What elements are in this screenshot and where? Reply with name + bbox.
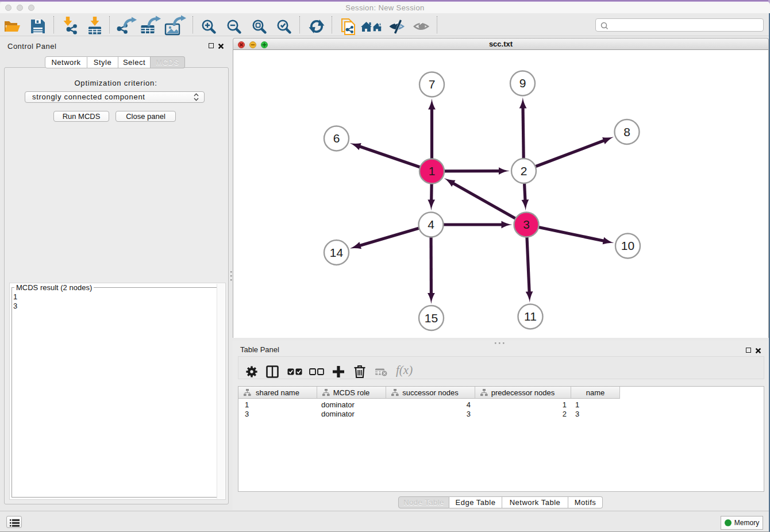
svg-text:11: 11 [524,310,537,323]
svg-text:8: 8 [623,125,630,138]
svg-text:4: 4 [428,218,434,231]
svg-text:15: 15 [425,311,438,325]
svg-text:1: 1 [429,164,436,178]
svg-text:6: 6 [333,132,340,145]
svg-text:9: 9 [519,76,526,90]
svg-text:10: 10 [621,239,634,252]
svg-text:3: 3 [523,218,530,231]
svg-text:14: 14 [330,246,344,259]
svg-text:2: 2 [521,164,528,178]
svg-text:7: 7 [429,78,436,91]
